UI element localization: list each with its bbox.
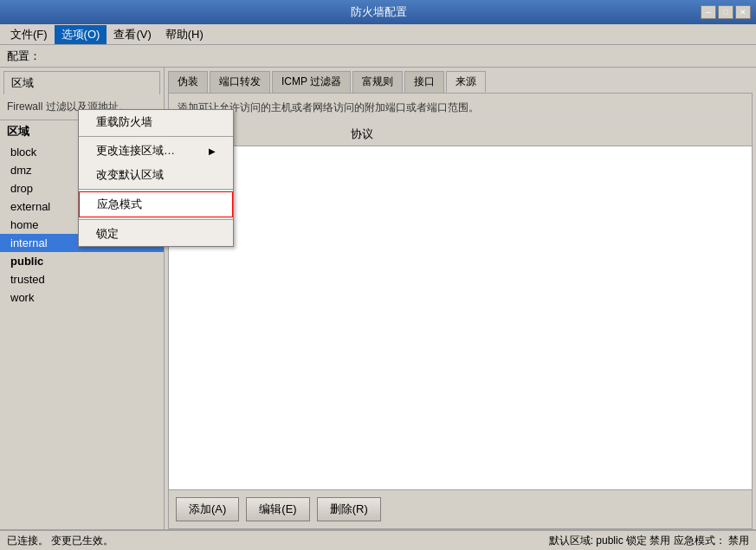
menu-options[interactable]: 选项(O) [55,25,107,44]
submenu-arrow-icon: ▶ [209,146,216,156]
table-header: 端口 协议 [169,123,752,146]
menu-bar: 文件(F) 选项(O) 查看(V) 帮助(H) [0,24,756,45]
menu-item-reload[interactable]: 重载防火墙 [79,110,233,134]
config-label: 配置： [7,49,41,64]
minimize-button[interactable]: ─ [701,5,716,19]
menu-view[interactable]: 查看(V) [107,25,158,44]
menu-separator [79,219,233,220]
tab-masquerade[interactable]: 伪装 [168,71,208,93]
tab-rich_rules[interactable]: 富规则 [352,71,403,93]
content-panel: 添加可让允许访问的主机或者网络访问的附加端口或者端口范围。 端口 协议 添加(A… [168,93,753,529]
menu-item-emergency[interactable]: 应急模式 [79,191,233,217]
window-controls: ─ □ ✕ [701,5,751,19]
zone-item-public[interactable]: public [0,252,164,270]
menu-file[interactable]: 文件(F) [3,25,55,44]
tabs-bar: 伪装端口转发ICMP 过滤器富规则接口来源 [165,68,756,93]
menu-item-change_default[interactable]: 改变默认区域 [79,163,233,187]
zone-tab[interactable]: 区域 [3,71,160,94]
delete-button[interactable]: 删除(R) [317,497,381,521]
tab-interface[interactable]: 接口 [404,71,444,93]
main-area: 区域 Firewall 过滤以及源地址。 区域 blockdmzdropexte… [0,68,756,529]
menu-separator [79,189,233,190]
panel-description: 添加可让允许访问的主机或者网络访问的附加端口或者端口范围。 [169,94,752,123]
zone-item-trusted[interactable]: trusted [0,270,164,288]
window-title: 防火墙配置 [57,4,701,20]
close-button[interactable]: ✕ [735,5,751,19]
edit-button[interactable]: 编辑(E) [246,497,309,521]
config-row: 配置： [0,45,756,68]
add-button[interactable]: 添加(A) [176,497,239,521]
status-bar: 已连接。 变更已生效。 默认区域: public 锁定 禁用 应急模式： 禁用 [0,529,756,550]
table-body [169,146,752,489]
tab-port_forward[interactable]: 端口转发 [210,71,270,93]
status-right: 默认区域: public 锁定 禁用 应急模式： 禁用 [549,534,749,548]
menu-help[interactable]: 帮助(H) [158,25,210,44]
status-left: 已连接。 变更已生效。 [7,534,113,548]
options-dropdown-menu: 重载防火墙更改连接区域…▶改变默认区域应急模式锁定 [78,109,234,247]
zone-item-work[interactable]: work [0,288,164,307]
col-protocol-header: 协议 [351,126,743,142]
maximize-button[interactable]: □ [718,5,733,19]
tab-source[interactable]: 来源 [446,71,486,93]
menu-item-change_zone[interactable]: 更改连接区域…▶ [79,139,233,163]
buttons-row: 添加(A)编辑(E)删除(R) [169,489,752,528]
content-area: 伪装端口转发ICMP 过滤器富规则接口来源 添加可让允许访问的主机或者网络访问的… [165,68,756,529]
title-bar: 防火墙配置 ─ □ ✕ [0,0,756,24]
menu-item-lock[interactable]: 锁定 [79,222,233,246]
menu-separator [79,136,233,137]
tab-icmp_filter[interactable]: ICMP 过滤器 [272,71,351,93]
